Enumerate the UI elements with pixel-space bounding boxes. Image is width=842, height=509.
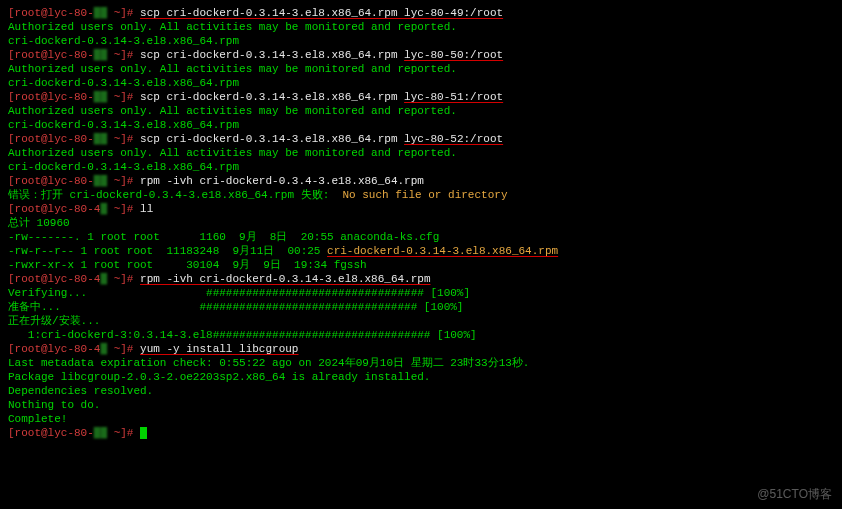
terminal-line: 正在升级/安装...	[8, 314, 834, 328]
cursor	[140, 427, 147, 439]
terminal-line: Authorized users only. All activities ma…	[8, 146, 834, 160]
terminal-line: [root@lyc-80-██ ~]# scp cri-dockerd-0.3.…	[8, 90, 834, 104]
terminal-line: cri-dockerd-0.3.14-3.el8.x86_64.rpm	[8, 76, 834, 90]
terminal-line: 错误：打开 cri-dockerd-0.3.4-3.e18.x86_64.rpm…	[8, 188, 834, 202]
terminal-line: [root@lyc-80-██ ~]# scp cri-dockerd-0.3.…	[8, 6, 834, 20]
terminal-line: -rw-------. 1 root root 1160 9月 8日 20:55…	[8, 230, 834, 244]
terminal-line: [root@lyc-80-4█ ~]# yum -y install libcg…	[8, 342, 834, 356]
terminal-line: [root@lyc-80-4█ ~]# rpm -ivh cri-dockerd…	[8, 272, 834, 286]
terminal-line: 1:cri-dockerd-3:0.3.14-3.el8############…	[8, 328, 834, 342]
terminal-line: Last metadata expiration check: 0:55:22 …	[8, 356, 834, 370]
terminal-line: Authorized users only. All activities ma…	[8, 20, 834, 34]
terminal-line: Complete!	[8, 412, 834, 426]
terminal-line: cri-dockerd-0.3.14-3.el8.x86_64.rpm	[8, 118, 834, 132]
terminal-line: -rwxr-xr-x 1 root root 30104 9月 9日 19:34…	[8, 258, 834, 272]
terminal-line: Dependencies resolved.	[8, 384, 834, 398]
terminal-line: [root@lyc-80-██ ~]# rpm -ivh cri-dockerd…	[8, 174, 834, 188]
terminal-line: [root@lyc-80-██ ~]# scp cri-dockerd-0.3.…	[8, 132, 834, 146]
terminal-line: cri-dockerd-0.3.14-3.el8.x86_64.rpm	[8, 160, 834, 174]
terminal-prompt-active[interactable]: [root@lyc-80-██ ~]#	[8, 426, 834, 440]
terminal-line: Verifying... ###########################…	[8, 286, 834, 300]
terminal-line: Authorized users only. All activities ma…	[8, 62, 834, 76]
terminal-line: 总计 10960	[8, 216, 834, 230]
terminal-line: Package libcgroup-2.0.3-2.oe2203sp2.x86_…	[8, 370, 834, 384]
terminal-line: [root@lyc-80-4█ ~]# ll	[8, 202, 834, 216]
terminal-line: [root@lyc-80-██ ~]# scp cri-dockerd-0.3.…	[8, 48, 834, 62]
terminal-line: Nothing to do.	[8, 398, 834, 412]
terminal-line: Authorized users only. All activities ma…	[8, 104, 834, 118]
terminal-line: cri-dockerd-0.3.14-3.el8.x86_64.rpm	[8, 34, 834, 48]
terminal-line: -rw-r--r-- 1 root root 11183248 9月11日 00…	[8, 244, 834, 258]
terminal-output: [root@lyc-80-██ ~]# scp cri-dockerd-0.3.…	[8, 6, 834, 440]
watermark: @51CTO博客	[757, 487, 832, 501]
terminal-line: 准备中... #################################…	[8, 300, 834, 314]
